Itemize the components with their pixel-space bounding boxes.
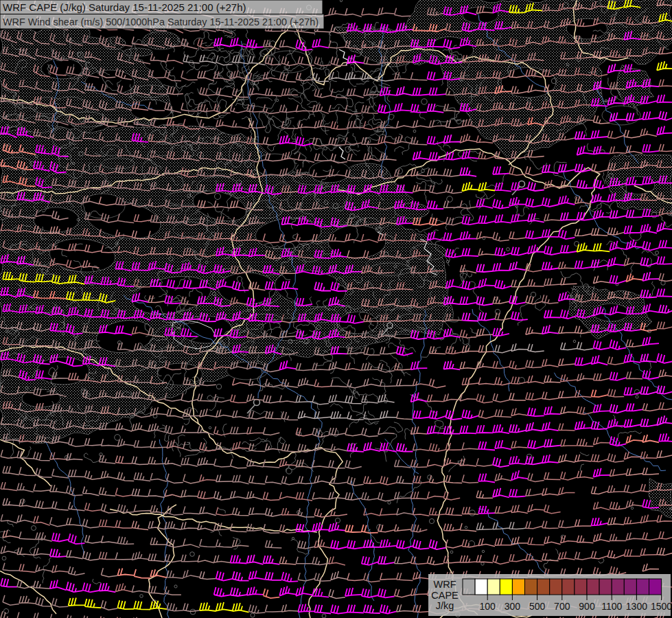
svg-text:1100: 1100 [601, 601, 622, 612]
svg-text:300: 300 [505, 601, 521, 612]
svg-text:1500: 1500 [651, 601, 672, 612]
svg-text:1300: 1300 [626, 601, 647, 612]
svg-text:WRF: WRF [433, 579, 456, 590]
svg-text:700: 700 [554, 601, 570, 612]
svg-text:CAPE: CAPE [431, 590, 459, 601]
svg-text:100: 100 [480, 601, 496, 612]
svg-text:WRF Wind shear (m/s) 500/1000h: WRF Wind shear (m/s) 500/1000hPa Saturda… [3, 16, 318, 27]
svg-text:WRF CAPE (J/kg) Saturday 15-11: WRF CAPE (J/kg) Saturday 15-11-2025 21:0… [3, 1, 246, 13]
svg-text:500: 500 [529, 601, 546, 612]
svg-text:900: 900 [579, 601, 595, 612]
svg-text:J/kg: J/kg [436, 600, 454, 611]
